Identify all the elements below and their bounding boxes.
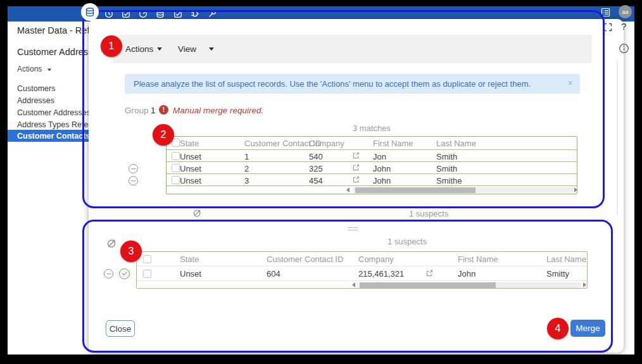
list-icon[interactable] <box>601 8 610 17</box>
scrollbar-thumb[interactable] <box>360 282 496 288</box>
view-menu-label: View <box>178 44 196 54</box>
cell-contact-id: 1 <box>244 152 249 161</box>
row-checkbox[interactable] <box>172 176 180 184</box>
select-all-checkbox[interactable] <box>143 255 151 263</box>
horizontal-scrollbar[interactable] <box>137 280 587 289</box>
scroll-right-arrow[interactable] <box>574 187 577 192</box>
cell-first-name: John <box>458 269 475 279</box>
merge-button[interactable]: Merge <box>570 320 605 337</box>
collapse-minus-icon[interactable] <box>129 164 138 173</box>
table-header-row: State Customer Contact ID Company First … <box>167 137 577 149</box>
cell-last-name: Smith <box>436 164 457 173</box>
dialog-toolbar: Actions View <box>112 35 592 63</box>
avatar[interactable]: aa <box>619 5 632 18</box>
banner-dismiss-button[interactable]: × <box>568 78 573 88</box>
cell-last-name: Smitty <box>546 269 569 279</box>
table-header-row: State Customer Contact ID Company First … <box>137 252 587 266</box>
column-header-company: Company <box>358 254 394 264</box>
table-row[interactable]: Unset 1 540 Jon Smith <box>167 149 577 162</box>
expand-icon[interactable] <box>603 23 612 32</box>
external-link-icon[interactable] <box>353 164 360 171</box>
row-checkbox[interactable] <box>172 152 180 160</box>
table-row[interactable]: Unset 604 215,461,321 John Smitty <box>137 266 587 281</box>
actions-menu[interactable]: Actions <box>125 44 162 54</box>
manual-merge-warning-text: Manual merge required. <box>173 106 263 115</box>
cell-first-name: John <box>373 176 391 185</box>
chevron-down-icon <box>209 47 214 51</box>
row-checkbox[interactable] <box>143 270 151 278</box>
external-link-icon[interactable] <box>426 270 433 277</box>
cell-first-name: Jon <box>373 152 386 161</box>
cell-company: 454 <box>309 176 323 185</box>
column-header-last-name: Last Name <box>546 254 586 264</box>
resize-drag-handle[interactable] <box>348 227 358 230</box>
check-circle-icon[interactable] <box>119 268 130 279</box>
sidebar-actions-label: Actions <box>17 65 42 73</box>
close-button[interactable]: Close <box>106 320 135 337</box>
sidebar-item-label: Customer Contacts <box>17 132 90 141</box>
cell-last-name: Smithe <box>436 176 462 185</box>
cell-first-name: John <box>373 164 391 173</box>
checklist-icon[interactable] <box>173 9 182 18</box>
dialog-scrollbar-track[interactable] <box>617 60 618 215</box>
chevron-down-icon <box>47 69 51 72</box>
storage-icon[interactable] <box>156 9 165 18</box>
scrollbar-thumb[interactable] <box>355 187 475 193</box>
info-banner-text: Please analyze the list of suspect recor… <box>134 79 531 89</box>
scroll-left-arrow[interactable] <box>352 282 355 287</box>
suspects-table: State Customer Contact ID Company First … <box>136 251 588 289</box>
table-row[interactable]: Unset 2 325 John Smith <box>167 161 577 174</box>
column-header-last-name: Last Name <box>436 139 476 148</box>
cell-company: 325 <box>309 164 323 173</box>
collapse-minus-icon[interactable] <box>129 176 138 185</box>
cell-company: 215,461,321 <box>358 269 404 279</box>
sidebar-item-addresses[interactable]: Addresses <box>17 96 54 105</box>
cell-state: Unset <box>180 152 201 161</box>
column-header-company: Company <box>309 139 344 148</box>
info-icon[interactable] <box>619 43 629 54</box>
scroll-right-arrow[interactable] <box>583 282 586 287</box>
view-menu[interactable]: View <box>178 44 214 54</box>
plug-icon[interactable] <box>191 9 199 18</box>
active-module-button[interactable] <box>81 3 99 21</box>
sidebar-item-customer-contacts-selected[interactable]: Customer Contacts <box>8 130 89 142</box>
horizontal-scrollbar[interactable] <box>167 185 577 194</box>
sidebar-item-customer-addresses[interactable]: Customer Addresses <box>17 108 91 117</box>
matches-table: State Customer Contact ID Company First … <box>166 136 577 194</box>
annotation-step-2: 2 <box>153 124 174 146</box>
matches-caption: 3 matches <box>166 123 577 133</box>
suspects-strip-caption: 1 suspects <box>409 209 448 218</box>
cell-contact-id: 2 <box>244 164 249 173</box>
sidebar-actions-menu[interactable]: Actions <box>17 65 52 73</box>
cell-state: Unset <box>180 164 201 173</box>
external-link-icon[interactable] <box>353 176 360 183</box>
annotation-step-4: 4 <box>547 318 569 339</box>
gauge-icon[interactable] <box>139 9 148 18</box>
screenshot-stage: aa Master Data - Refere Customer Address… <box>0 0 642 364</box>
column-header-first-name: First Name <box>373 139 413 148</box>
scroll-left-arrow[interactable] <box>346 187 349 192</box>
external-link-icon[interactable] <box>353 152 360 159</box>
clock-icon[interactable] <box>104 9 113 18</box>
wrench-icon[interactable] <box>208 9 217 18</box>
table-row[interactable]: Unset 3 454 John Smithe <box>167 173 577 186</box>
help-icon[interactable]: ? <box>621 21 626 32</box>
row-checkbox[interactable] <box>172 164 180 172</box>
column-header-contact-id: Customer Contact ID <box>267 254 343 264</box>
column-header-state: State <box>180 139 199 148</box>
group-label: Group <box>125 106 149 115</box>
tasks-icon[interactable] <box>122 9 130 18</box>
database-icon <box>85 7 95 17</box>
sidebar-item-customers[interactable]: Customers <box>17 84 55 93</box>
actions-menu-label: Actions <box>125 44 153 54</box>
cell-contact-id: 3 <box>244 176 249 185</box>
collapse-minus-icon[interactable] <box>104 269 113 279</box>
error-exclamation-icon: ! <box>159 105 168 115</box>
column-header-first-name: First Name <box>458 254 498 264</box>
cell-company: 540 <box>309 152 323 161</box>
cell-contact-id: 604 <box>267 269 280 279</box>
cell-state: Unset <box>180 176 201 185</box>
column-header-state: State <box>180 254 199 264</box>
chevron-down-icon <box>157 47 162 51</box>
suspects-caption: 1 suspects <box>387 237 427 246</box>
